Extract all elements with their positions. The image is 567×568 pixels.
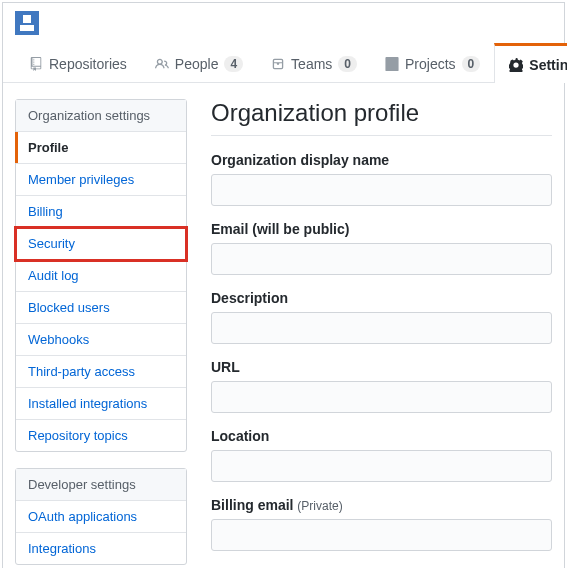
tab-projects[interactable]: Projects 0 [371, 43, 494, 82]
sidebar-item-repository-topics[interactable]: Repository topics [16, 420, 186, 451]
projects-icon [385, 57, 399, 71]
tab-label: Projects [405, 56, 456, 72]
label-email: Email (will be public) [211, 221, 552, 237]
people-icon [155, 57, 169, 71]
teams-icon [271, 57, 285, 71]
sidebar: Organization settings Profile Member pri… [15, 99, 187, 568]
gear-icon [509, 58, 523, 72]
sidebar-item-member-privileges[interactable]: Member privileges [16, 164, 186, 196]
sidebar-item-profile[interactable]: Profile [16, 132, 186, 164]
label-url: URL [211, 359, 552, 375]
sidebar-item-webhooks[interactable]: Webhooks [16, 324, 186, 356]
tab-repositories[interactable]: Repositories [15, 43, 141, 82]
input-url[interactable] [211, 381, 552, 413]
tab-settings[interactable]: Settings [494, 43, 567, 83]
sidebar-item-audit-log[interactable]: Audit log [16, 260, 186, 292]
main-content: Organization profile Organization displa… [211, 99, 552, 568]
people-count: 4 [224, 56, 243, 72]
page-title: Organization profile [211, 99, 552, 136]
input-email[interactable] [211, 243, 552, 275]
label-billing-email: Billing email (Private) [211, 497, 552, 513]
sidebar-item-oauth-applications[interactable]: OAuth applications [16, 501, 186, 533]
note-private: (Private) [297, 499, 342, 513]
org-header [3, 3, 564, 43]
org-settings-menu: Organization settings Profile Member pri… [15, 99, 187, 452]
input-billing-email[interactable] [211, 519, 552, 551]
tab-label: Repositories [49, 56, 127, 72]
menu-header-dev: Developer settings [16, 469, 186, 501]
sidebar-item-billing[interactable]: Billing [16, 196, 186, 228]
tab-label: People [175, 56, 219, 72]
sidebar-item-security[interactable]: Security [16, 228, 186, 260]
sidebar-item-third-party-access[interactable]: Third-party access [16, 356, 186, 388]
input-description[interactable] [211, 312, 552, 344]
input-location[interactable] [211, 450, 552, 482]
sidebar-item-blocked-users[interactable]: Blocked users [16, 292, 186, 324]
label-description: Description [211, 290, 552, 306]
dev-settings-menu: Developer settings OAuth applications In… [15, 468, 187, 565]
label-location: Location [211, 428, 552, 444]
input-display-name[interactable] [211, 174, 552, 206]
projects-count: 0 [462, 56, 481, 72]
sidebar-item-integrations[interactable]: Integrations [16, 533, 186, 564]
tab-label: Settings [529, 57, 567, 73]
sidebar-item-installed-integrations[interactable]: Installed integrations [16, 388, 186, 420]
tab-label: Teams [291, 56, 332, 72]
tab-people[interactable]: People 4 [141, 43, 257, 82]
repo-icon [29, 57, 43, 71]
label-display-name: Organization display name [211, 152, 552, 168]
teams-count: 0 [338, 56, 357, 72]
tab-teams[interactable]: Teams 0 [257, 43, 371, 82]
org-avatar[interactable] [15, 11, 39, 35]
tab-bar: Repositories People 4 Teams 0 Projects 0… [3, 43, 564, 83]
menu-header-org: Organization settings [16, 100, 186, 132]
